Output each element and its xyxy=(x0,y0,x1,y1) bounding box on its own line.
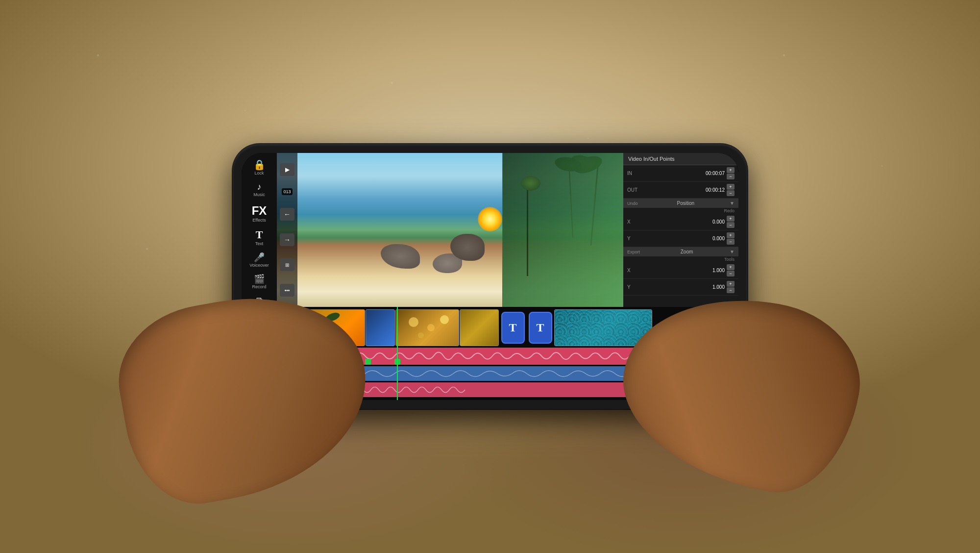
fx-icon: FX xyxy=(252,204,267,218)
out-label: OUT xyxy=(627,187,644,193)
zoom-y-label: Y xyxy=(627,284,644,290)
zoom-x-value: 1.000 xyxy=(644,268,725,273)
crop-button[interactable]: ⊞ xyxy=(280,258,294,271)
forward-icon: → xyxy=(284,236,291,244)
sidebar-item-text[interactable]: T Text xyxy=(244,226,275,249)
zoom-x-plus-button[interactable]: + xyxy=(727,264,735,270)
clip-3[interactable] xyxy=(395,309,459,346)
back-icon: ← xyxy=(284,210,291,218)
zoom-x-plusminus: + − xyxy=(727,264,735,276)
sidebar-label-text: Text xyxy=(255,241,264,246)
sidebar-label-effects: Effects xyxy=(252,218,266,223)
sidebar-item-voiceover[interactable]: 🎤 Voiceover xyxy=(244,250,275,271)
text-tiles-area: T xyxy=(499,309,526,346)
out-plus-button[interactable]: + xyxy=(727,184,735,190)
position-title: Position xyxy=(677,201,695,206)
out-minus-button[interactable]: − xyxy=(727,190,735,196)
top-section: ▶ 013 ← → xyxy=(277,153,738,307)
in-label: IN xyxy=(627,171,644,176)
position-x-label: X xyxy=(627,219,644,225)
export-label: Export xyxy=(627,250,640,254)
back-button[interactable]: ← xyxy=(280,208,294,221)
green-marker-1 xyxy=(365,359,371,365)
zoom-y-plus-button[interactable]: + xyxy=(727,281,735,287)
lock-icon: 🔒 xyxy=(253,160,266,170)
zoom-section-header: Export Zoom ▼ xyxy=(623,247,738,256)
sun xyxy=(478,207,502,231)
zoom-y-row: Y 1.000 + − xyxy=(623,279,738,296)
position-y-label: Y xyxy=(627,236,644,241)
zoom-x-label: X xyxy=(627,268,644,273)
forward-button[interactable]: → xyxy=(280,233,294,246)
zoom-y-minus-button[interactable]: − xyxy=(727,287,735,293)
zoom-expand-icon[interactable]: ▼ xyxy=(730,249,735,254)
position-y-value: 0.000 xyxy=(644,236,725,241)
zoom-x-minus-button[interactable]: − xyxy=(727,271,735,276)
zoom-y-value: 1.000 xyxy=(644,284,725,290)
text-tile-1[interactable]: T xyxy=(501,312,525,344)
position-y-plus-button[interactable]: + xyxy=(727,232,735,238)
position-x-minus-button[interactable]: − xyxy=(727,222,735,228)
frame-counter: 013 xyxy=(282,188,292,195)
playback-controls: ▶ 013 ← → xyxy=(277,153,297,307)
sidebar-label-music: Music xyxy=(253,192,265,197)
text-tile-2[interactable]: T xyxy=(529,312,552,344)
plant-1 xyxy=(527,184,528,276)
undo-label: Undo xyxy=(627,201,638,206)
out-row: OUT 00:00:12 + − xyxy=(623,182,738,199)
panel-header: Video In/Out Points xyxy=(623,153,738,165)
in-plusminus: + − xyxy=(727,167,735,179)
position-y-minus-button[interactable]: − xyxy=(727,239,735,245)
record-icon: 🎬 xyxy=(254,275,265,283)
video-preview: ▶ 013 ← → xyxy=(277,153,623,307)
position-x-plusminus: + − xyxy=(727,216,735,228)
zoom-title: Zoom xyxy=(681,249,693,254)
out-value: 00:00:12 xyxy=(644,187,725,193)
zoom-x-row: X 1.000 + − xyxy=(623,262,738,279)
position-x-plus-button[interactable]: + xyxy=(727,216,735,222)
sidebar-label-lock: Lock xyxy=(254,171,264,176)
sidebar-item-effects[interactable]: FX Effects xyxy=(244,201,275,226)
zoom-y-plusminus: + − xyxy=(727,281,735,293)
sidebar-item-music[interactable]: ♪ Music xyxy=(244,179,275,200)
position-x-row: X 0.000 + − xyxy=(623,214,738,230)
text-icon: T xyxy=(256,229,263,240)
in-plus-button[interactable]: + xyxy=(727,167,735,173)
more-icon: ••• xyxy=(285,288,290,293)
in-minus-button[interactable]: − xyxy=(727,174,735,179)
plant-leaves-1 xyxy=(521,176,540,191)
clip-2[interactable] xyxy=(366,309,395,346)
sidebar-label-voiceover: Voiceover xyxy=(249,263,269,268)
voiceover-icon: 🎤 xyxy=(254,253,265,262)
more-button[interactable]: ••• xyxy=(280,284,294,297)
right-panel: Video In/Out Points IN 00:00:07 + − xyxy=(623,153,738,307)
redo-row: Redo xyxy=(623,208,738,214)
clip-5[interactable] xyxy=(554,309,652,346)
in-value: 00:00:07 xyxy=(644,171,725,176)
tools-row: Tools xyxy=(623,256,738,262)
sidebar-item-record[interactable]: 🎬 Record xyxy=(244,272,275,292)
phone-wrapper: 🔒 Lock ♪ Music FX Effects T Text xyxy=(220,117,760,436)
play-button[interactable]: ▶ xyxy=(280,163,294,176)
position-x-value: 0.000 xyxy=(644,219,725,225)
clip-4[interactable] xyxy=(460,309,499,346)
position-y-row: Y 0.000 + − xyxy=(623,230,738,247)
sidebar-label-record: Record xyxy=(252,284,266,289)
sidebar-item-lock[interactable]: 🔒 Lock xyxy=(244,157,275,178)
position-y-plusminus: + − xyxy=(727,232,735,245)
text-tile-2-area: T xyxy=(527,309,554,346)
out-plusminus: + − xyxy=(727,184,735,196)
play-icon: ▶ xyxy=(285,166,290,173)
position-expand-icon[interactable]: ▼ xyxy=(730,201,735,206)
panel-title: Video In/Out Points xyxy=(628,156,675,162)
music-icon: ♪ xyxy=(257,182,262,191)
playhead xyxy=(397,307,398,400)
second-video-overlay xyxy=(502,153,623,307)
crop-icon: ⊞ xyxy=(285,262,289,268)
in-row: IN 00:00:07 + − xyxy=(623,165,738,182)
position-section-header: Undo Position ▼ xyxy=(623,199,738,208)
